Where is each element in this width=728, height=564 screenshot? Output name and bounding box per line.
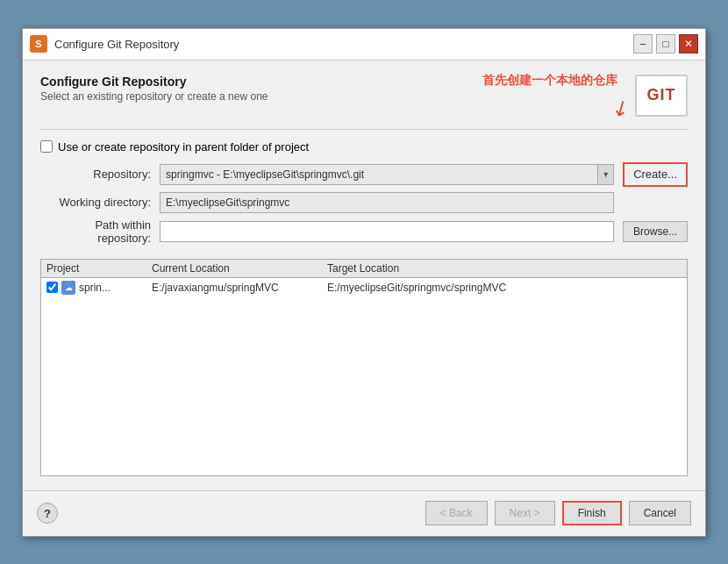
minimize-button[interactable]: – <box>633 34 653 54</box>
repository-input[interactable] <box>161 166 597 183</box>
working-dir-label: Working directory: <box>40 196 154 209</box>
repository-row: ▼ <box>160 164 614 185</box>
table-row: ☁ sprin... E:/javaxiangmu/springMVC E:/m… <box>41 278 687 297</box>
form-grid: Repository: ▼ Create... Working director… <box>40 162 688 245</box>
projects-table: Project Current Location Target Location… <box>40 259 688 476</box>
finish-button[interactable]: Finish <box>562 501 622 525</box>
footer: ? < Back Next > Finish Cancel <box>23 490 705 536</box>
divider <box>40 129 688 130</box>
working-dir-input[interactable] <box>160 192 614 213</box>
git-logo: GIT <box>635 75 688 117</box>
help-button[interactable]: ? <box>37 503 58 524</box>
row-checkbox[interactable] <box>46 282 58 293</box>
back-button[interactable]: < Back <box>425 501 488 525</box>
repository-label: Repository: <box>40 168 154 181</box>
maximize-button[interactable]: □ <box>656 34 675 54</box>
chinese-annotation: 首先创建一个本地的仓库 <box>482 73 617 89</box>
main-content: Configure Git Repository Select an exist… <box>23 61 705 490</box>
project-cell: ☁ sprin... <box>46 281 152 295</box>
cancel-button[interactable]: Cancel <box>629 501 691 525</box>
parent-folder-checkbox-row: Use or create repository in parent folde… <box>40 140 688 153</box>
col-project: Project <box>46 262 152 275</box>
title-bar: S Configure Git Repository – □ ✕ <box>23 29 705 61</box>
project-name: sprin... <box>79 282 111 294</box>
repository-dropdown-button[interactable]: ▼ <box>597 165 613 184</box>
section-subtitle: Select an existing repository or create … <box>40 90 635 103</box>
col-current-location: Current Location <box>152 262 327 275</box>
path-label: Path within repository: <box>40 218 154 245</box>
close-button[interactable]: ✕ <box>679 34 698 54</box>
parent-folder-label: Use or create repository in parent folde… <box>58 140 309 153</box>
dialog-title: Configure Git Repository <box>54 38 179 51</box>
project-icon: ☁ <box>61 281 75 295</box>
col-target-location: Target Location <box>327 262 682 275</box>
parent-folder-checkbox[interactable] <box>40 140 53 153</box>
table-header: Project Current Location Target Location <box>41 260 687 278</box>
create-button[interactable]: Create... <box>623 162 688 187</box>
browse-button[interactable]: Browse... <box>623 221 688 242</box>
target-location-cell: E:/myeclipseGit/springmvc/springMVC <box>327 282 682 294</box>
path-input[interactable] <box>160 221 614 242</box>
next-button[interactable]: Next > <box>495 501 555 525</box>
repository-input-wrapper: ▼ <box>160 164 614 185</box>
app-icon: S <box>30 35 47 53</box>
configure-git-dialog: S Configure Git Repository – □ ✕ Configu… <box>22 28 706 537</box>
current-location-cell: E:/javaxiangmu/springMVC <box>152 282 327 294</box>
